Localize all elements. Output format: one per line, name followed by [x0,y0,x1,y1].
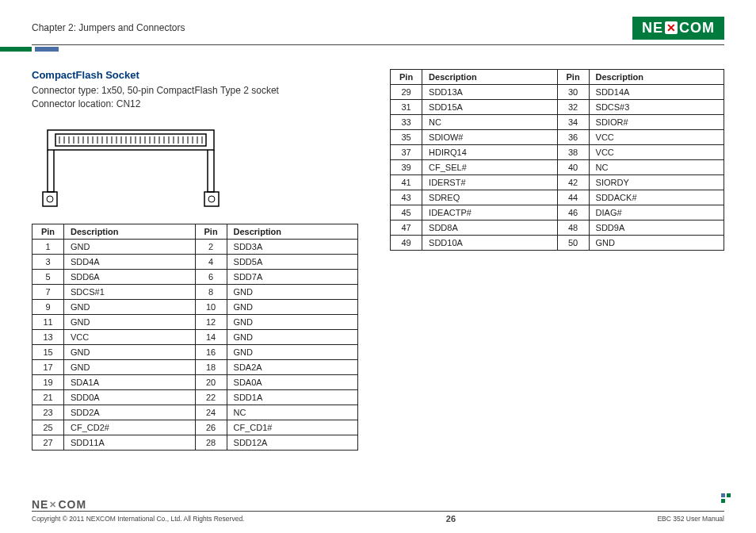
th-desc: Description [422,70,557,85]
pin-cell: 35 [391,130,422,145]
pin-cell: 18 [195,359,227,374]
desc-cell: SDD1A [227,389,358,405]
pin-cell: 38 [557,145,589,160]
table-row: 17GND18SDA2A [32,359,358,374]
pin-cell: 25 [32,420,64,435]
desc-cell: SDREQ [422,190,557,205]
footer-logo: NE ✕ COM [32,498,724,511]
footer-logo-x-icon: ✕ [49,500,57,510]
pin-cell: 1 [32,239,64,254]
desc-cell: GND [227,329,358,344]
table-row: 45IDEACTP#46DIAG# [391,205,724,220]
table-row: 39CF_SEL#40NC [391,160,724,175]
table-row: 5SDD6A6SDD7A [32,269,358,284]
logo-x-icon: ✕ [665,21,678,34]
logo-text-pre: NE [642,20,663,36]
connector-diagram [32,122,230,209]
table-row: 19SDA1A20SDA0A [32,374,358,389]
desc-cell: SDA0A [227,374,358,389]
footer-row: Copyright © 2011 NEXCOM International Co… [32,514,724,523]
pin-cell: 30 [557,85,589,100]
th-pin: Pin [557,70,589,85]
table-row: 11GND12GND [32,314,358,329]
table-row: 7SDCS#18GND [32,284,358,299]
pin-cell: 10 [195,299,227,314]
pin-cell: 46 [557,205,589,220]
desc-cell: SDDACK# [589,190,724,205]
pin-cell: 45 [391,205,422,220]
left-column: CompactFlash Socket Connector type: 1x50… [32,69,358,451]
pin-cell: 34 [557,115,589,130]
pin-cell: 6 [195,269,227,284]
desc-cell: SDD11A [64,435,196,450]
pin-cell: 41 [391,175,422,190]
desc-cell: GND [227,314,358,329]
table-row: 37HDIRQ1438VCC [391,145,724,160]
pin-cell: 7 [32,284,64,299]
manual-name: EBC 352 User Manual [657,515,724,523]
desc-cell: SDCS#1 [64,284,196,299]
table-row: 29SDD13A30SDD14A [391,85,724,100]
footer-divider [32,511,724,512]
desc-cell: SDD12A [227,435,358,450]
footer-logo-post: COM [58,498,86,511]
section-title: CompactFlash Socket [32,69,358,81]
desc-cell: GND [64,239,196,254]
pin-cell: 29 [391,85,422,100]
pin-cell: 47 [391,220,422,236]
desc-cell: IDEACTP# [422,205,557,220]
table-row: 3SDD4A4SDD5A [32,254,358,269]
desc-cell: GND [227,284,358,299]
th-pin: Pin [391,70,422,85]
pin-cell: 20 [195,374,227,389]
desc-cell: VCC [589,145,724,160]
pin-table-right: Pin Description Pin Description 29SDD13A… [390,69,724,251]
page-number: 26 [446,514,456,523]
pin-cell: 8 [195,284,227,299]
pin-cell: 3 [32,254,64,269]
desc-cell: CF_CD2# [64,420,196,435]
pin-cell: 24 [195,405,227,420]
table-row: 1GND2SDD3A [32,239,358,254]
nexcom-logo: NE ✕ COM [632,17,724,40]
table-row: 35SDIOW#36VCC [391,130,724,145]
desc-cell: SDA1A [64,374,196,389]
desc-cell: SDD10A [422,236,557,251]
desc-cell: VCC [64,329,196,344]
pin-cell: 50 [557,236,589,251]
pin-cell: 15 [32,344,64,359]
desc-cell: NC [589,160,724,175]
pin-cell: 27 [32,435,64,450]
table-row: 27SDD11A28SDD12A [32,435,358,450]
pin-cell: 48 [557,220,589,236]
table-header-row: Pin Description Pin Description [32,224,358,239]
desc-cell: CF_CD1# [227,420,358,435]
svg-rect-33 [43,192,57,206]
pin-table-left: Pin Description Pin Description 1GND2SDD… [32,224,358,451]
desc-cell: SDIOR# [589,115,724,130]
pin-cell: 17 [32,359,64,374]
desc-cell: SDD6A [64,269,196,284]
pin-cell: 23 [32,405,64,420]
table-row: 21SDD0A22SDD1A [32,389,358,405]
th-desc: Description [64,224,196,239]
pin-cell: 36 [557,130,589,145]
pin-cell: 11 [32,314,64,329]
th-desc: Description [227,224,358,239]
th-pin: Pin [195,224,227,239]
pin-cell: 16 [195,344,227,359]
page-footer: NE ✕ COM Copyright © 2011 NEXCOM Interna… [32,498,724,523]
table-row: 23SDD2A24NC [32,405,358,420]
desc-cell: GND [589,236,724,251]
pin-cell: 26 [195,420,227,435]
pin-cell: 9 [32,299,64,314]
logo-text-post: COM [679,20,715,36]
pin-cell: 42 [557,175,589,190]
svg-point-34 [47,196,53,202]
desc-cell: SDD0A [64,389,196,405]
pin-cell: 2 [195,239,227,254]
pin-cell: 31 [391,100,422,115]
table-row: 43SDREQ44SDDACK# [391,190,724,205]
desc-cell: GND [64,344,196,359]
pin-cell: 13 [32,329,64,344]
